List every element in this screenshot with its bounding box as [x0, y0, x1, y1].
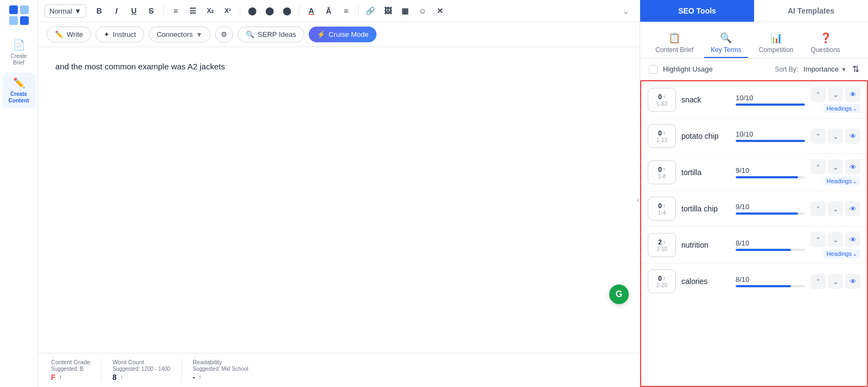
- word-count-arrow: ↑: [120, 373, 123, 381]
- align-left-btn[interactable]: ⬤: [245, 3, 260, 18]
- editor-content[interactable]: and the most common example was A2 jacke…: [38, 47, 640, 353]
- tab-key-terms[interactable]: 🔍 Key Terms: [704, 29, 748, 58]
- term-count-range-calories: 2-20: [656, 282, 667, 288]
- toolbar-divider-2: [240, 5, 240, 16]
- emoji-btn[interactable]: ☺: [415, 3, 430, 18]
- headings-badge-snack[interactable]: Headings⌄: [824, 104, 860, 113]
- term-expand-btn-calories[interactable]: ⌄: [828, 274, 843, 289]
- term-quote-btn-potato-chip[interactable]: ": [810, 128, 826, 144]
- term-expand-btn-potato-chip[interactable]: ⌄: [828, 128, 843, 144]
- tab-content-brief[interactable]: 📋 Content Brief: [649, 29, 700, 58]
- term-view-btn-tortilla-chip[interactable]: 👁: [845, 201, 860, 216]
- term-view-btn-nutrition[interactable]: 👁: [845, 232, 860, 247]
- term-count-box-calories[interactable]: 0 ↑ 2-20: [648, 269, 676, 293]
- headings-badge-tortilla[interactable]: Headings⌄: [824, 177, 860, 185]
- sidebar-item-create-brief[interactable]: 📄 Create Brief: [2, 35, 36, 70]
- sort-select[interactable]: Importance ▼: [803, 65, 847, 73]
- term-quote-btn-snack[interactable]: ": [810, 87, 826, 102]
- term-score-area-calories: 8/10: [736, 275, 805, 287]
- seo-tools-tab[interactable]: SEO Tools: [640, 0, 754, 22]
- sort-label: Sort By:: [775, 66, 798, 73]
- superscript-btn[interactable]: X²: [220, 3, 235, 18]
- term-count-box-tortilla-chip[interactable]: 0 ↑ 1-4: [648, 197, 676, 221]
- connectors-btn[interactable]: Connectors ▼: [149, 27, 210, 42]
- sort-order-icon[interactable]: ⇅: [852, 64, 859, 74]
- settings-btn[interactable]: ⚙: [215, 27, 233, 42]
- sidebar-item-create-content[interactable]: ✏️ Create Content: [2, 73, 36, 108]
- link-btn[interactable]: 🔗: [363, 3, 378, 18]
- term-count-box-nutrition[interactable]: 2 ↑ 2-10: [648, 233, 676, 257]
- term-item-potato-chip: 0 ↑ 1-13 potato chip 10/10 " ⌄ 👁: [641, 119, 867, 154]
- editor-toolbar: Normal ▼ B I U S ≡ ☰ X₂ X² ⬤ ⬤ ⬤ A Ā ≡ 🔗…: [38, 0, 640, 22]
- term-score-text-snack: 10/10: [736, 94, 805, 102]
- tab-competition[interactable]: 📊 Competition: [752, 29, 800, 58]
- panel-header-tabs: SEO Tools AI Templates: [640, 0, 868, 22]
- resize-handle[interactable]: ‹›: [634, 192, 640, 208]
- term-count-box-tortilla[interactable]: 0 ↑ 1-8: [648, 160, 676, 184]
- font-bg-btn[interactable]: Ā: [321, 3, 336, 18]
- term-score-text-tortilla: 9/10: [736, 166, 805, 175]
- ai-templates-tab[interactable]: AI Templates: [754, 0, 868, 22]
- svg-rect-3: [20, 16, 29, 25]
- write-label: Write: [67, 30, 83, 38]
- term-quote-btn-tortilla-chip[interactable]: ": [810, 201, 826, 216]
- create-content-label: Create Content: [5, 91, 33, 104]
- term-actions-snack: " ⌄ 👁 Headings⌄: [810, 87, 860, 113]
- term-expand-btn-snack[interactable]: ⌄: [828, 87, 843, 102]
- format-select[interactable]: Normal ▼: [44, 4, 86, 18]
- tab-questions[interactable]: ❓ Questions: [805, 29, 847, 58]
- indent-btn[interactable]: ⬤: [279, 3, 295, 18]
- font-color-btn[interactable]: A: [304, 3, 319, 18]
- sort-chevron: ▼: [841, 66, 847, 73]
- term-quote-btn-calories[interactable]: ": [810, 274, 826, 289]
- headings-badge-nutrition[interactable]: Headings⌄: [824, 249, 860, 258]
- image-btn[interactable]: 🖼: [380, 3, 395, 18]
- unordered-list-btn[interactable]: ☰: [186, 3, 201, 18]
- instruct-btn[interactable]: ✦ Instruct: [95, 27, 144, 42]
- term-view-btn-potato-chip[interactable]: 👁: [845, 128, 860, 144]
- clear-format-btn[interactable]: ✕: [432, 3, 448, 18]
- write-btn[interactable]: ✏️ Write: [47, 27, 91, 42]
- highlight-checkbox[interactable]: [649, 65, 658, 74]
- grammarly-btn[interactable]: G: [609, 285, 629, 304]
- italic-btn[interactable]: I: [109, 3, 124, 18]
- write-icon: ✏️: [55, 30, 63, 38]
- term-view-btn-snack[interactable]: 👁: [845, 87, 860, 102]
- term-actions-calories: " ⌄ 👁: [810, 274, 860, 289]
- term-quote-btn-nutrition[interactable]: ": [810, 232, 826, 247]
- toolbar-expand-btn[interactable]: ⌄: [618, 3, 633, 18]
- align-right-btn[interactable]: ⬤: [262, 3, 277, 18]
- strikethrough-btn[interactable]: S: [144, 3, 159, 18]
- table-btn[interactable]: ▦: [398, 3, 413, 18]
- cruise-mode-btn[interactable]: ⚡ Cruise Mode: [309, 27, 377, 42]
- headings-chevron-snack: ⌄: [853, 106, 857, 112]
- term-count-box-snack[interactable]: 0 ↑ 1-63: [648, 88, 676, 112]
- term-expand-btn-nutrition[interactable]: ⌄: [828, 232, 843, 247]
- term-score-bar-fill-calories: [736, 285, 791, 287]
- serp-icon: 🔍: [246, 30, 254, 38]
- term-score-bar-bg-nutrition: [736, 249, 805, 251]
- bold-btn[interactable]: B: [92, 3, 107, 18]
- underline-btn[interactable]: U: [126, 3, 142, 18]
- serp-ideas-btn[interactable]: 🔍 SERP Ideas: [238, 27, 304, 42]
- term-item-tortilla-chip: 0 ↑ 1-4 tortilla chip 9/10 " ⌄ 👁: [641, 191, 867, 227]
- term-score-bar-bg-potato-chip: [736, 140, 805, 142]
- term-action-row-snack: " ⌄ 👁: [810, 87, 860, 102]
- content-grade-label: Content Grade Suggested: B: [51, 359, 90, 372]
- term-view-btn-calories[interactable]: 👁: [845, 274, 860, 289]
- create-brief-label: Create Brief: [5, 53, 33, 66]
- toolbar-divider-1: [163, 5, 164, 16]
- term-quote-btn-tortilla[interactable]: ": [810, 159, 826, 175]
- content-brief-icon: 📋: [668, 32, 680, 44]
- term-view-btn-tortilla[interactable]: 👁: [845, 159, 860, 175]
- text-align-btn[interactable]: ≡: [339, 3, 354, 18]
- subscript-btn[interactable]: X₂: [203, 3, 218, 18]
- term-expand-btn-tortilla[interactable]: ⌄: [828, 159, 843, 175]
- term-score-bar-fill-tortilla: [736, 176, 798, 178]
- term-count-box-potato-chip[interactable]: 0 ↑ 1-13: [648, 124, 676, 148]
- term-score-area-tortilla: 9/10: [736, 166, 805, 178]
- term-score-bar-bg-tortilla-chip: [736, 212, 805, 215]
- term-score-area-snack: 10/10: [736, 94, 805, 106]
- ordered-list-btn[interactable]: ≡: [168, 3, 183, 18]
- term-expand-btn-tortilla-chip[interactable]: ⌄: [828, 201, 843, 216]
